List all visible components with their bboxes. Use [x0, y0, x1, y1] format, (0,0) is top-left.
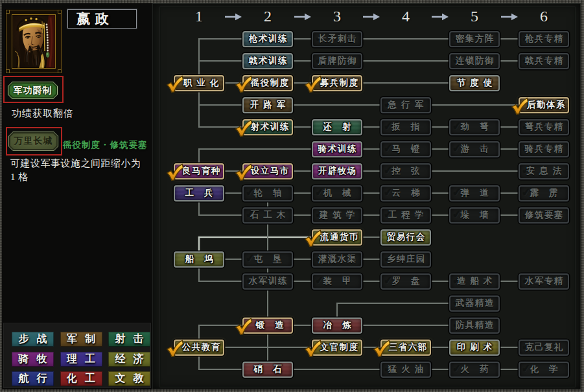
tech-node-gongbing[interactable]: 工兵: [174, 185, 224, 202]
tech-node-label: 枪兵专精: [525, 33, 564, 45]
tech-node-shuijun-xunlian[interactable]: 水军训练: [242, 273, 293, 290]
tech-node-luopan[interactable]: 罗盘: [380, 273, 431, 290]
tech-node-label: 机械: [323, 187, 362, 199]
tech-node-label: 装甲: [323, 275, 362, 287]
tech-node-nubing-zhuanjing[interactable]: 弩兵专精: [519, 119, 569, 135]
tech-node-label: 克己复礼: [525, 341, 564, 353]
tech-node-huaxue[interactable]: 化学: [519, 362, 569, 378]
tech-node-tunken[interactable]: 屯垦: [242, 251, 293, 268]
tree-connector: [293, 60, 312, 62]
tech-node-wenguan-zhidu[interactable]: 文官制度: [312, 340, 362, 356]
tree-connector: [500, 214, 519, 216]
tech-node-youji[interactable]: 游击: [449, 141, 500, 157]
tech-node-jianzhuxue[interactable]: 建筑学: [312, 207, 362, 224]
tech-node-sheshu-xunlian[interactable]: 射术训练: [242, 119, 293, 135]
tech-node-qishu-xunlian[interactable]: 骑术训练: [312, 141, 362, 157]
tech-node-changmao-ciji[interactable]: 长矛刺击: [312, 31, 362, 47]
tree-connector: [500, 38, 519, 40]
tech-tree: 1 2 3 4 5 6枪术训练长矛刺击密集方阵枪兵专精戟术训练盾牌防御连锁防御戟…: [0, 0, 584, 392]
tech-node-xiuzhu-yaosai[interactable]: 修筑要塞: [519, 207, 569, 224]
tech-node-miji-fangzhen[interactable]: 密集方阵: [449, 31, 500, 47]
tech-node-liansuo-fangyu[interactable]: 连锁防御: [449, 53, 500, 69]
tech-node-label: 火药: [461, 363, 499, 375]
tech-node-label: 后勤体系: [527, 99, 566, 111]
column-arrow-icon: [294, 13, 312, 21]
tech-node-dunpai-fangyu[interactable]: 盾牌防御: [312, 53, 362, 69]
tech-node-dandao[interactable]: 弹道: [449, 185, 500, 202]
tree-connector: [293, 214, 312, 216]
tech-node-xiangshen-zhuangyuan[interactable]: 乡绅庄园: [380, 251, 431, 268]
tech-node-liangma-yuzhong[interactable]: 良马育种: [174, 163, 224, 179]
tech-node-label: 募兵制度: [320, 77, 359, 89]
tech-node-yelian[interactable]: 冶炼: [312, 317, 362, 334]
tech-node-label: 锻造: [256, 319, 294, 331]
tech-node-sansheng-liubu[interactable]: 三省六部: [380, 340, 431, 356]
tech-node-anxifa[interactable]: 安息法: [519, 163, 569, 179]
tree-connector: [362, 148, 380, 150]
tree-connector: [431, 148, 449, 150]
tech-node-qibing-zhuanjing[interactable]: 骑兵专精: [519, 141, 569, 157]
tech-node-houqin-tixi[interactable]: 后勤体系: [519, 97, 569, 113]
tree-connector: [431, 170, 519, 172]
tech-node-jixie[interactable]: 机械: [312, 185, 362, 202]
tech-node-zhiyehua[interactable]: 职业化: [174, 75, 224, 91]
tree-connector: [198, 148, 312, 150]
tech-node-shigongmu[interactable]: 石工木: [242, 207, 293, 224]
tree-connector: [500, 126, 519, 128]
tech-node-zhuangjia[interactable]: 装甲: [312, 273, 362, 290]
tech-node-maoyi-hanghui[interactable]: 贸易行会: [380, 229, 431, 246]
tech-node-qiangshu-xunlian[interactable]: 枪术训练: [242, 31, 293, 47]
tech-node-huoyao[interactable]: 火药: [449, 362, 500, 378]
tech-node-lunzhou[interactable]: 轮轴: [242, 185, 293, 202]
tech-node-wuqi-jingzao[interactable]: 武器精造: [449, 295, 500, 312]
tech-node-label: 船坞: [185, 253, 224, 265]
tech-node-kongxian[interactable]: 控弦: [380, 163, 431, 179]
tech-node-huanshe[interactable]: 还射: [312, 119, 362, 135]
tech-node-qiangbing-zhuanjing[interactable]: 枪兵专精: [519, 31, 569, 47]
tree-connector: [336, 303, 338, 317]
column-number: 1: [186, 8, 212, 25]
tech-node-jixingjun[interactable]: 急行军: [380, 97, 431, 113]
tech-node-zaochuanshu[interactable]: 造船术: [449, 273, 500, 290]
tech-node-label: 扳指: [392, 121, 430, 133]
tech-node-sheli-mashi[interactable]: 设立马市: [242, 163, 293, 179]
tech-node-xiaoshi[interactable]: 硝石: [242, 362, 293, 378]
tech-node-fangju-jingzao[interactable]: 防具精造: [449, 317, 500, 334]
tech-node-shuijun-zhuanjing[interactable]: 水军专精: [519, 273, 569, 290]
tech-node-mubing-zhidu[interactable]: 募兵制度: [312, 75, 362, 91]
researched-check-icon: [165, 75, 185, 94]
tech-node-yunti[interactable]: 云梯: [380, 185, 431, 202]
tech-node-label: 文官制度: [320, 341, 359, 353]
tech-node-gongchengxue[interactable]: 工程学: [380, 207, 431, 224]
tech-node-label: 弹道: [461, 187, 499, 199]
tech-node-liutong-huobi[interactable]: 流通货币: [312, 229, 362, 246]
tech-node-label: 轮轴: [254, 187, 292, 199]
tree-connector: [362, 170, 380, 172]
tech-node-jiedushi[interactable]: 节度使: [449, 75, 500, 91]
tech-node-yinshuashu[interactable]: 印刷术: [449, 340, 500, 356]
tech-node-jibing-zhuanjing[interactable]: 戟兵专精: [519, 53, 569, 69]
tech-node-duanzao[interactable]: 锻造: [242, 317, 293, 334]
tech-node-yaoyi-zhidu[interactable]: 徭役制度: [242, 75, 293, 91]
tech-node-banzhi[interactable]: 扳指: [380, 119, 431, 135]
tech-node-label: 盾牌防御: [318, 55, 357, 67]
tree-connector: [293, 369, 380, 370]
tech-node-guangai-shuiqu[interactable]: 灌溉水渠: [312, 251, 362, 268]
tech-node-label: 防具精造: [456, 319, 495, 331]
tech-node-kaipi-muchang[interactable]: 开辟牧场: [312, 163, 362, 179]
tech-node-chuanwu[interactable]: 船坞: [174, 251, 224, 268]
tech-node-pili[interactable]: 霹雳: [519, 185, 569, 202]
tech-node-gonggong-jiaoyu[interactable]: 公共教育: [174, 340, 224, 356]
tech-node-kailujun[interactable]: 开路军: [242, 97, 293, 113]
tech-node-madeng[interactable]: 马镫: [380, 141, 431, 157]
tree-connector: [198, 104, 242, 106]
tech-node-label: 戟兵专精: [525, 55, 564, 67]
tech-node-menghuoyou[interactable]: 猛火油: [380, 362, 431, 378]
tech-node-jinnu[interactable]: 劲弩: [449, 119, 500, 135]
tech-node-duoqiang[interactable]: 垛墙: [449, 207, 500, 224]
tech-node-label: 罗盘: [392, 275, 430, 287]
tree-connector: [293, 126, 312, 128]
tech-node-label: 灌溉水渠: [318, 253, 357, 265]
tech-node-keji-fuli[interactable]: 克己复礼: [519, 340, 569, 356]
tech-node-jishu-xunlian[interactable]: 戟术训练: [242, 53, 293, 69]
